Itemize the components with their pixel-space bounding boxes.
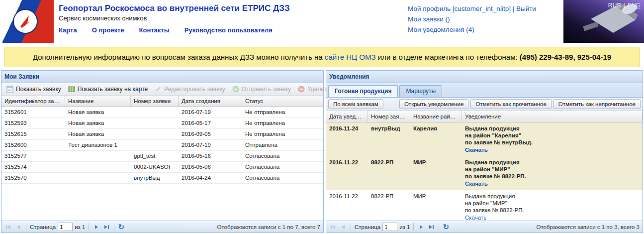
column-header-name[interactable]: Название bbox=[65, 96, 131, 107]
cell-number bbox=[131, 118, 179, 128]
notifications-grid-header: Дата уведомл... Номер заявки Название ра… bbox=[326, 111, 643, 122]
column-header-status[interactable]: Статус bbox=[242, 96, 323, 107]
cell-created: 2016-04-24 bbox=[179, 173, 242, 183]
message-line: на район "МИР" bbox=[465, 200, 640, 207]
table-row[interactable]: 3152593 Новая заявка 2016-05-17 Не отпра… bbox=[1, 118, 323, 129]
show-request-on-map-button[interactable]: Показать заявку на карте bbox=[65, 85, 151, 94]
separator: | bbox=[513, 5, 515, 12]
pencil-icon bbox=[155, 86, 162, 93]
column-header-notification[interactable]: Уведомление bbox=[462, 111, 643, 122]
first-page-button bbox=[4, 223, 12, 231]
cell-id: 3152600 bbox=[1, 140, 65, 150]
next-page-button[interactable] bbox=[417, 223, 425, 231]
column-header-id[interactable]: Идентификатор заявки bbox=[1, 96, 65, 107]
page-number-input[interactable] bbox=[58, 223, 73, 231]
tab-label: Готовая продукция bbox=[335, 88, 391, 95]
logout-link[interactable]: Выйти bbox=[516, 5, 536, 12]
column-header-region[interactable]: Название района bbox=[410, 111, 462, 122]
my-notifications-link[interactable]: Мои уведомления (4) bbox=[408, 26, 474, 33]
cell-name: Новая заявка bbox=[65, 129, 131, 139]
cell-status: Не отправлена bbox=[242, 118, 323, 128]
last-page-button[interactable] bbox=[102, 223, 110, 231]
cell-status: Не отправлена bbox=[242, 129, 323, 139]
notification-row[interactable]: 2016-11-22 8822-РП МИР Выдана продукция … bbox=[326, 190, 643, 221]
nav-contacts[interactable]: Контакты bbox=[139, 26, 170, 34]
notification-row[interactable]: 2016-11-22 8822-РП МИР Выдана продукция … bbox=[326, 156, 643, 190]
cell-number bbox=[131, 129, 179, 139]
separator: | bbox=[623, 2, 626, 9]
message-line: по заявке № 8822-РП. bbox=[465, 207, 640, 214]
download-link[interactable]: Скачать bbox=[465, 146, 488, 153]
lang-eng[interactable]: ENG bbox=[628, 2, 641, 9]
cell-region: МИР bbox=[410, 190, 462, 221]
lang-rus[interactable]: RUS bbox=[608, 2, 621, 9]
table-row[interactable]: 3152570 внутрВыд 2016-04-24 Согласована bbox=[1, 173, 323, 184]
tab-ready-products[interactable]: Готовая продукция bbox=[328, 85, 398, 97]
cell-number bbox=[131, 107, 179, 117]
message-line: на район "Карелия" bbox=[465, 132, 640, 139]
separator bbox=[26, 223, 26, 231]
cell-name: Новая заявка bbox=[65, 107, 131, 117]
cell-message: Выдана продукция на район "МИР" по заявк… bbox=[462, 156, 643, 190]
cell-message: Выдана продукция на район "Карелия" по з… bbox=[462, 122, 643, 156]
nav-about[interactable]: О проекте bbox=[92, 26, 124, 34]
cell-name: Новая заявка bbox=[65, 118, 131, 128]
column-header-request-number[interactable]: Номер заявки bbox=[368, 111, 410, 122]
satellite-image: RUS | ENG bbox=[563, 0, 644, 43]
cell-name: Тест диапазонов 1 bbox=[65, 140, 131, 150]
show-request-button[interactable]: Показать заявку bbox=[3, 85, 64, 94]
check-circle-icon bbox=[232, 86, 239, 93]
refresh-icon[interactable]: ↻ bbox=[118, 224, 124, 231]
prev-page-button bbox=[339, 223, 347, 231]
refresh-icon[interactable]: ↻ bbox=[443, 224, 449, 231]
send-request-button: Отправить заявку bbox=[229, 85, 294, 94]
cell-id: 3152593 bbox=[1, 118, 65, 128]
cell-region: Карелия bbox=[410, 122, 462, 156]
profile-link[interactable]: Мой профиль [customer_int_niitp] bbox=[408, 5, 511, 12]
all-requests-filter-button[interactable]: По всем заявкам bbox=[328, 99, 383, 109]
button-label: Показать заявку на карте bbox=[78, 86, 148, 93]
pager-status: Отображаются записи с 1 по 3, всего 3 bbox=[536, 224, 640, 230]
table-row[interactable]: 3152601 Новая заявка 2016-07-19 Не отпра… bbox=[1, 107, 323, 118]
panels-container: Мои Заявки Показать заявку Показать заяв… bbox=[1, 70, 643, 233]
download-link[interactable]: Скачать bbox=[465, 214, 486, 221]
mark-unread-button[interactable]: Отметить как непрочитанное bbox=[553, 99, 641, 109]
page-label: Страница bbox=[355, 224, 380, 230]
message-line: по заявке № внутрВыд. bbox=[465, 139, 640, 146]
last-page-button[interactable] bbox=[427, 223, 435, 231]
account-links: Мой профиль [customer_int_niitp] | Выйти… bbox=[408, 3, 557, 35]
mark-read-button[interactable]: Отметить как прочитанное bbox=[470, 99, 551, 109]
cell-status: Не отправлена bbox=[242, 107, 323, 117]
map-icon bbox=[68, 86, 75, 93]
requests-grid-body: 3152601 Новая заявка 2016-07-19 Не отпра… bbox=[1, 107, 323, 221]
cell-request-number: 8822-РП bbox=[368, 156, 410, 190]
separator bbox=[114, 223, 114, 231]
banner-text: Дополнительную информацию по вопросам за… bbox=[33, 53, 325, 61]
table-row[interactable]: 3152574 0002-UKASOI 2016-05-06 Согласова… bbox=[1, 162, 323, 173]
cell-id: 3152577 bbox=[1, 151, 65, 161]
nav-user-guide[interactable]: Руководство пользователя bbox=[184, 26, 273, 34]
requests-panel-title: Мои Заявки bbox=[1, 71, 323, 83]
message-line: Выдана продукция bbox=[465, 125, 640, 132]
column-header-number[interactable]: Номер заявки bbox=[131, 96, 179, 107]
cell-status: Согласована bbox=[242, 151, 323, 161]
page-number-input[interactable] bbox=[382, 223, 397, 231]
nav-map[interactable]: Карта bbox=[59, 26, 77, 34]
table-row[interactable]: 3152600 Тест диапазонов 1 2016-07-19 Отп… bbox=[1, 140, 323, 151]
next-page-button[interactable] bbox=[92, 223, 100, 231]
cell-request-number: внутрВыд bbox=[368, 122, 410, 156]
page-of-label: из 1 bbox=[399, 224, 410, 230]
table-row[interactable]: 3152615 Новая заявка 2016-09-05 Не отпра… bbox=[1, 129, 323, 140]
cell-number bbox=[131, 140, 179, 150]
my-requests-link[interactable]: Мои заявки () bbox=[408, 15, 450, 23]
edit-request-button: Редактировать заявку bbox=[152, 85, 228, 94]
download-link[interactable]: Скачать bbox=[465, 180, 488, 187]
notification-row[interactable]: 2016-11-24 внутрВыд Карелия Выдана проду… bbox=[326, 122, 643, 156]
table-row[interactable]: 3152577 gptl_test 2016-05-16 Согласована bbox=[1, 151, 323, 162]
cell-created: 2016-05-17 bbox=[179, 118, 242, 128]
column-header-created[interactable]: Дата создания bbox=[179, 96, 242, 107]
tab-routes[interactable]: Маршруты bbox=[399, 85, 442, 97]
open-notification-button[interactable]: Открыть уведомление bbox=[399, 99, 469, 109]
omz-site-link[interactable]: сайте НЦ ОМЗ bbox=[325, 53, 376, 61]
column-header-date[interactable]: Дата уведомл... bbox=[326, 111, 368, 122]
